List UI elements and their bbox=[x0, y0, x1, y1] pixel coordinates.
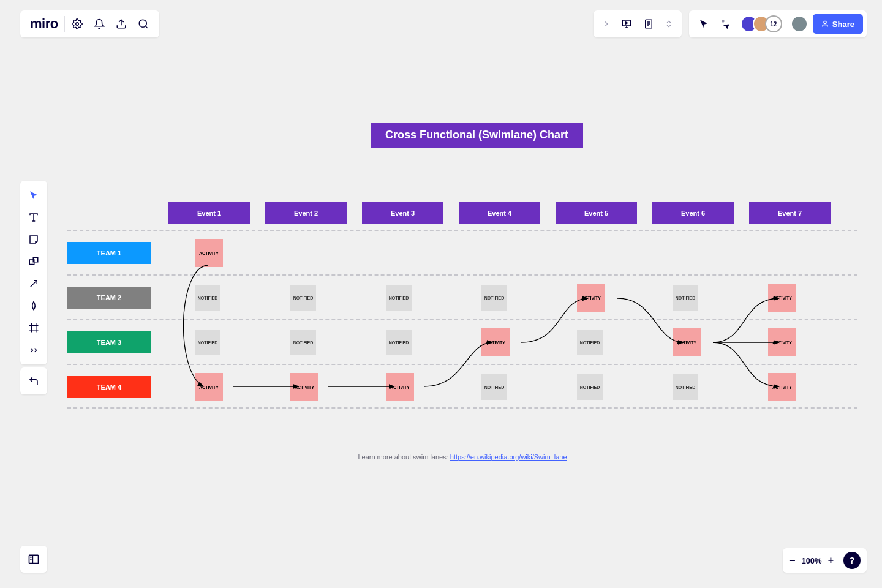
event-header[interactable]: Event 4 bbox=[459, 202, 540, 224]
tool-panel bbox=[20, 181, 47, 364]
notified-cell[interactable]: NOTIFIED bbox=[386, 330, 412, 355]
activity-cell[interactable]: ACTIVITY bbox=[386, 373, 414, 401]
divider bbox=[64, 16, 65, 32]
activity-cell[interactable]: ACTIVITY bbox=[481, 328, 510, 356]
share-label: Share bbox=[832, 20, 854, 29]
svg-line-17 bbox=[31, 281, 37, 287]
logo[interactable]: miro bbox=[25, 16, 63, 32]
notified-cell[interactable]: NOTIFIED bbox=[481, 374, 507, 400]
notified-cell[interactable]: NOTIFIED bbox=[577, 374, 603, 400]
notes-icon[interactable] bbox=[638, 13, 660, 35]
activity-cell[interactable]: ACTIVITY bbox=[673, 328, 701, 356]
avatar-count: 12 bbox=[765, 15, 782, 32]
event-header[interactable]: Event 6 bbox=[652, 202, 734, 224]
notified-cell[interactable]: NOTIFIED bbox=[481, 285, 507, 311]
undo-button[interactable] bbox=[20, 368, 47, 394]
team-label[interactable]: TEAM 1 bbox=[67, 242, 151, 264]
expand-icon[interactable] bbox=[660, 15, 678, 33]
event-headers-row: Event 1Event 2Event 3Event 4Event 5Event… bbox=[168, 202, 846, 224]
team-label[interactable]: TEAM 3 bbox=[67, 331, 151, 353]
share-button[interactable]: Share bbox=[813, 14, 863, 34]
notified-cell[interactable]: NOTIFIED bbox=[290, 330, 316, 355]
swimlane: TEAM 4ACTIVITYACTIVITYACTIVITYNOTIFIEDNO… bbox=[67, 364, 858, 409]
event-header[interactable]: Event 3 bbox=[362, 202, 443, 224]
team-label[interactable]: TEAM 4 bbox=[67, 376, 151, 398]
activity-cell[interactable]: ACTIVITY bbox=[768, 373, 796, 401]
svg-marker-7 bbox=[625, 22, 627, 24]
board-title[interactable]: Cross Functional (Swimlane) Chart bbox=[371, 123, 583, 148]
notified-cell[interactable]: NOTIFIED bbox=[577, 330, 603, 355]
top-left-toolbar: miro bbox=[20, 10, 159, 37]
pen-tool-icon[interactable] bbox=[23, 295, 45, 317]
zoom-in-button[interactable]: + bbox=[828, 555, 834, 566]
text-tool-icon[interactable] bbox=[23, 206, 45, 228]
help-button[interactable]: ? bbox=[843, 552, 861, 569]
event-header[interactable]: Event 2 bbox=[265, 202, 347, 224]
event-header[interactable]: Event 7 bbox=[749, 202, 831, 224]
cursor-icon[interactable] bbox=[693, 13, 715, 35]
svg-point-2 bbox=[139, 20, 146, 27]
event-header[interactable]: Event 1 bbox=[168, 202, 250, 224]
activity-cell[interactable]: ACTIVITY bbox=[195, 373, 223, 401]
export-icon[interactable] bbox=[110, 13, 132, 35]
notified-cell[interactable]: NOTIFIED bbox=[386, 285, 412, 311]
frame-tool-icon[interactable] bbox=[23, 317, 45, 339]
notified-cell[interactable]: NOTIFIED bbox=[673, 374, 698, 400]
chevron-right-icon[interactable] bbox=[597, 15, 616, 33]
activity-cell[interactable]: ACTIVITY bbox=[290, 373, 318, 401]
notified-cell[interactable]: NOTIFIED bbox=[195, 285, 221, 311]
activity-cell[interactable]: ACTIVITY bbox=[768, 284, 796, 312]
notified-cell[interactable]: NOTIFIED bbox=[290, 285, 316, 311]
svg-point-12 bbox=[824, 21, 826, 24]
more-tools-icon[interactable] bbox=[23, 339, 45, 361]
zoom-level: 100% bbox=[801, 556, 821, 565]
swimlane: TEAM 1ACTIVITY bbox=[67, 230, 858, 274]
swimlanes: TEAM 1ACTIVITYTEAM 2NOTIFIEDNOTIFIEDNOTI… bbox=[67, 230, 858, 409]
footer-text: Learn more about swim lanes: https://en.… bbox=[67, 453, 858, 461]
avatar-stack[interactable]: 12 bbox=[741, 15, 782, 32]
activity-cell[interactable]: ACTIVITY bbox=[768, 328, 796, 356]
presentation-icon[interactable] bbox=[616, 13, 638, 35]
shape-tool-icon[interactable] bbox=[23, 251, 45, 273]
swimlane: TEAM 3NOTIFIEDNOTIFIEDNOTIFIEDACTIVITYNO… bbox=[67, 319, 858, 364]
user-avatar[interactable] bbox=[791, 15, 808, 32]
bell-icon[interactable] bbox=[88, 13, 110, 35]
event-header[interactable]: Event 5 bbox=[556, 202, 637, 224]
svg-point-24 bbox=[31, 557, 31, 557]
notified-cell[interactable]: NOTIFIED bbox=[195, 330, 221, 355]
zoom-out-button[interactable]: − bbox=[789, 554, 796, 567]
zoom-control: − 100% + ? bbox=[783, 548, 867, 573]
settings-icon[interactable] bbox=[66, 13, 88, 35]
svg-point-0 bbox=[75, 23, 78, 26]
svg-point-25 bbox=[31, 559, 31, 560]
top-right-toolbar: 12 Share bbox=[594, 10, 867, 37]
notified-cell[interactable]: NOTIFIED bbox=[673, 285, 698, 311]
footer-link[interactable]: https://en.wikipedia.org/wiki/Swim_lane bbox=[450, 453, 567, 461]
panel-toggle-icon[interactable] bbox=[20, 546, 47, 573]
select-tool-icon[interactable] bbox=[23, 184, 45, 206]
search-icon[interactable] bbox=[132, 13, 154, 35]
team-label[interactable]: TEAM 2 bbox=[67, 287, 151, 309]
activity-cell[interactable]: ACTIVITY bbox=[577, 284, 605, 312]
svg-line-3 bbox=[145, 26, 147, 28]
sticky-note-tool-icon[interactable] bbox=[23, 228, 45, 251]
collab-group: 12 Share bbox=[689, 10, 867, 37]
arrow-tool-icon[interactable] bbox=[23, 273, 45, 295]
presentation-group bbox=[594, 10, 682, 37]
swimlane: TEAM 2NOTIFIEDNOTIFIEDNOTIFIEDNOTIFIEDAC… bbox=[67, 274, 858, 319]
activity-cell[interactable]: ACTIVITY bbox=[195, 239, 223, 267]
reactions-icon[interactable] bbox=[715, 13, 737, 35]
